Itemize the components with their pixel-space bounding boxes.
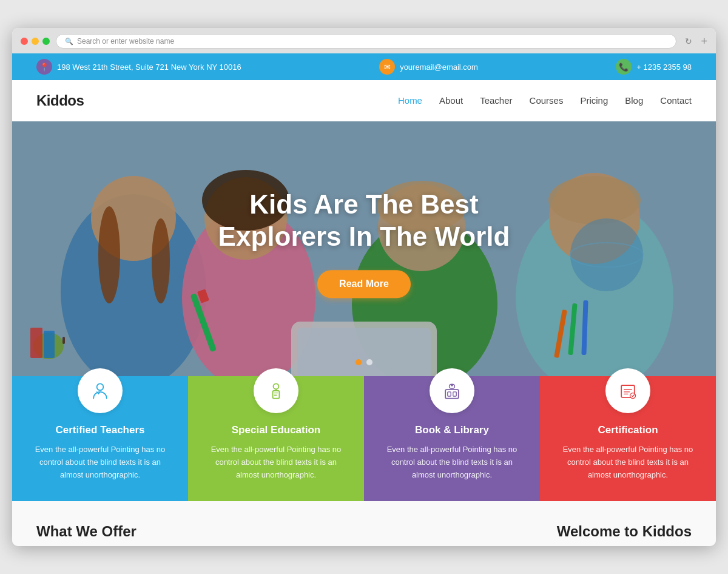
navbar: Kiddos Home About Teacher Courses Pricin… bbox=[12, 80, 716, 121]
maximize-dot[interactable] bbox=[42, 38, 50, 45]
browser-dots bbox=[21, 38, 50, 45]
certification-icon bbox=[617, 380, 639, 402]
browser-window: 🔍 Search or enter website name ↻ + 📍 198… bbox=[12, 28, 716, 545]
hero-content: Kids Are The Best Explorers In The World… bbox=[83, 189, 645, 299]
teachers-desc: Even the all-powerful Pointing has no co… bbox=[29, 444, 171, 481]
certification-title: Certification bbox=[557, 424, 699, 436]
feature-card-teachers: Certified Teachers Even the all-powerful… bbox=[12, 376, 188, 501]
email-icon: ✉ bbox=[379, 59, 395, 75]
nav-item-contact[interactable]: Contact bbox=[660, 95, 692, 106]
teachers-title: Certified Teachers bbox=[29, 424, 171, 436]
library-title: Book & Library bbox=[381, 424, 523, 436]
read-more-button[interactable]: Read More bbox=[317, 270, 411, 298]
teacher-icon bbox=[89, 380, 111, 402]
hero-background: Kids Are The Best Explorers In The World… bbox=[12, 121, 716, 376]
bottom-section: What We Offer Welcome to Kiddos bbox=[12, 501, 716, 546]
education-icon bbox=[265, 380, 287, 402]
certification-desc: Even the all-powerful Pointing has no co… bbox=[557, 444, 699, 481]
nav-link-teacher[interactable]: Teacher bbox=[480, 95, 512, 106]
nav-item-home[interactable]: Home bbox=[398, 95, 422, 106]
svg-point-27 bbox=[97, 384, 104, 391]
browser-chrome: 🔍 Search or enter website name ↻ + bbox=[12, 28, 716, 53]
feature-card-education: Special Education Even the all-powerful … bbox=[188, 376, 364, 501]
nav-link-contact[interactable]: Contact bbox=[660, 95, 692, 106]
education-title: Special Education bbox=[205, 424, 347, 436]
svg-rect-29 bbox=[273, 391, 280, 399]
teachers-icon-circle bbox=[78, 368, 123, 413]
new-tab-button[interactable]: + bbox=[701, 36, 707, 47]
nav-link-blog[interactable]: Blog bbox=[625, 95, 643, 106]
phone-item: 📞 + 1235 2355 98 bbox=[616, 59, 692, 75]
address-bar-text: Search or enter website name bbox=[77, 37, 174, 46]
hero-dots bbox=[356, 359, 372, 365]
hero-dot-1[interactable] bbox=[356, 359, 362, 365]
nav-item-about[interactable]: About bbox=[439, 95, 463, 106]
svg-point-28 bbox=[274, 384, 279, 390]
email-item: ✉ youremail@email.com bbox=[379, 59, 478, 75]
nav-link-about[interactable]: About bbox=[439, 95, 463, 106]
library-icon-circle bbox=[430, 368, 474, 413]
library-desc: Even the all-powerful Pointing has no co… bbox=[381, 444, 523, 481]
close-dot[interactable] bbox=[21, 38, 28, 45]
nav-link-pricing[interactable]: Pricing bbox=[580, 95, 608, 106]
education-icon-circle bbox=[254, 368, 298, 413]
hero-section: Kids Are The Best Explorers In The World… bbox=[12, 121, 716, 376]
feature-card-library: Book & Library Even the all-powerful Poi… bbox=[364, 376, 540, 501]
library-icon bbox=[441, 380, 463, 402]
what-we-offer-heading: What We Offer bbox=[36, 523, 136, 540]
top-bar: 📍 198 West 21th Street, Suite 721 New Yo… bbox=[12, 53, 716, 80]
phone-text: + 1235 2355 98 bbox=[636, 62, 692, 72]
nav-link-home[interactable]: Home bbox=[398, 95, 422, 106]
welcome-heading: Welcome to Kiddos bbox=[557, 523, 692, 540]
svg-point-33 bbox=[451, 384, 453, 387]
nav-link-courses[interactable]: Courses bbox=[530, 95, 564, 106]
hero-dot-2[interactable] bbox=[366, 359, 372, 365]
minimize-dot[interactable] bbox=[32, 38, 39, 45]
svg-rect-31 bbox=[448, 392, 451, 396]
address-bar[interactable]: 🔍 Search or enter website name bbox=[56, 34, 676, 49]
address-text: 198 West 21th Street, Suite 721 New York… bbox=[57, 62, 241, 72]
nav-links: Home About Teacher Courses Pricing Blog … bbox=[398, 95, 692, 106]
phone-icon: 📞 bbox=[616, 59, 632, 75]
nav-item-courses[interactable]: Courses bbox=[530, 95, 564, 106]
address-icon: 📍 bbox=[36, 59, 52, 75]
nav-item-pricing[interactable]: Pricing bbox=[580, 95, 608, 106]
logo: Kiddos bbox=[36, 92, 84, 109]
feature-card-certification: Certification Even the all-powerful Poin… bbox=[540, 376, 716, 501]
hero-title: Kids Are The Best Explorers In The World bbox=[83, 189, 645, 254]
nav-item-blog[interactable]: Blog bbox=[625, 95, 643, 106]
search-icon: 🔍 bbox=[65, 38, 73, 46]
certification-icon-circle bbox=[605, 368, 650, 413]
features-section: Certified Teachers Even the all-powerful… bbox=[12, 376, 716, 501]
reload-button[interactable]: ↻ bbox=[685, 36, 692, 46]
address-item: 📍 198 West 21th Street, Suite 721 New Yo… bbox=[36, 59, 241, 75]
nav-item-teacher[interactable]: Teacher bbox=[480, 95, 512, 106]
email-text: youremail@email.com bbox=[400, 62, 478, 72]
education-desc: Even the all-powerful Pointing has no co… bbox=[205, 444, 347, 481]
svg-rect-32 bbox=[453, 392, 456, 396]
